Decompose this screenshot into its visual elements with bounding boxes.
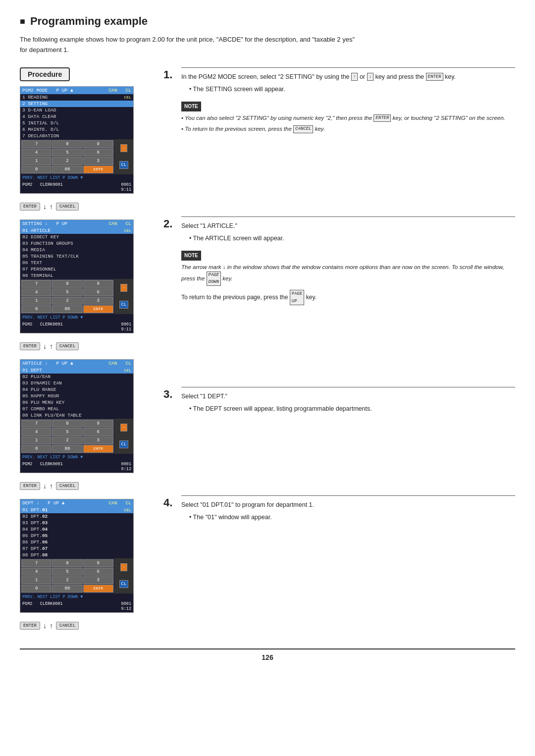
screen-row: 5 INITIAL D/L xyxy=(20,120,133,126)
key-cl[interactable]: CL xyxy=(119,580,129,588)
key-3[interactable]: 3 xyxy=(83,436,113,444)
cancel-key: CANCEL xyxy=(293,125,313,133)
enter-key: ENTER xyxy=(374,114,391,122)
key-8[interactable]: 8 xyxy=(52,420,82,428)
screen-row-highlighted: 01 ARTICLECEL xyxy=(20,227,133,234)
step-1-number: 1. xyxy=(163,67,177,138)
key-7[interactable]: 7 xyxy=(21,559,52,567)
key-2[interactable]: 2 xyxy=(52,576,82,584)
key-3[interactable]: 3 xyxy=(83,157,113,165)
key-6[interactable]: 6 xyxy=(83,288,113,296)
key-2[interactable]: 2 xyxy=(52,157,82,165)
key-9[interactable]: 9 xyxy=(83,559,113,567)
key-8[interactable]: 8 xyxy=(52,559,82,567)
key-5[interactable]: 5 xyxy=(52,428,82,436)
screen-3-header-left: ARTICLE ↓ P UP ▲ xyxy=(22,361,73,366)
enter-button[interactable]: ENTER xyxy=(20,482,40,490)
keypad-left: 7 8 9 4 5 6 1 2 3 0 00 ENTR xyxy=(20,139,114,174)
screen-2-header-right: CAN CL xyxy=(108,221,131,226)
key-00[interactable]: 00 xyxy=(52,445,82,453)
step-3-number: 3. xyxy=(163,387,177,416)
key-6[interactable]: 6 xyxy=(83,149,113,157)
key-9[interactable]: 9 xyxy=(83,420,113,428)
enter-button[interactable]: ENTER xyxy=(20,342,40,350)
screen-3-rows: 01 DEPTCEL 02 PLU/EAN 03 DYNAMIC EAN 04 … xyxy=(20,367,133,419)
key-2[interactable]: 2 xyxy=(52,297,82,305)
screen-4-keypad: 7 8 9 4 5 6 1 2 3 0 00 ENTR · CL xyxy=(20,558,133,594)
key-00[interactable]: 00 xyxy=(52,165,82,173)
key-8[interactable]: 8 xyxy=(52,280,82,288)
key-4[interactable]: 4 xyxy=(21,428,52,436)
key-entr[interactable]: ENTR xyxy=(83,305,113,313)
key-7[interactable]: 7 xyxy=(21,420,52,428)
key-7[interactable]: 7 xyxy=(21,280,52,288)
key-entr[interactable]: ENTR xyxy=(83,585,113,593)
key-9[interactable]: 9 xyxy=(83,140,113,148)
enter-button[interactable]: ENTER xyxy=(20,203,40,211)
enter-cancel-row-1: ENTER ↓ ↑ CANCEL xyxy=(20,203,149,211)
procedure-label: Procedure xyxy=(20,67,70,81)
step-2-section: 2. Select "1 ARTICLE." • The ARTICLE scr… xyxy=(163,216,515,308)
screen-3-header: ARTICLE ↓ P UP ▲ CAN CL xyxy=(20,360,133,367)
key-dot[interactable]: · xyxy=(120,284,127,292)
key-0[interactable]: 0 xyxy=(21,165,52,173)
key-3[interactable]: 3 xyxy=(83,297,113,305)
screen-row: 06 DPT.06 xyxy=(20,539,133,545)
key-4[interactable]: 4 xyxy=(21,568,52,576)
key-5[interactable]: 5 xyxy=(52,149,82,157)
cancel-button[interactable]: CANCEL xyxy=(56,342,79,350)
key-1[interactable]: 1 xyxy=(21,436,52,444)
key-cl[interactable]: CL xyxy=(119,161,129,169)
screen-row: 6 MAINTE. D/L xyxy=(20,126,133,133)
key-5[interactable]: 5 xyxy=(52,568,82,576)
step-3-bullet: • The DEPT screen will appear, listing p… xyxy=(189,404,515,414)
key-00[interactable]: 00 xyxy=(52,305,82,313)
screen-row: 08 LINK PLU/EAN TABLE xyxy=(20,412,133,419)
screen-4-header-left: DEPT ↓ P UP ▲ xyxy=(22,500,65,506)
cancel-button[interactable]: CANCEL xyxy=(56,482,79,490)
enter-cancel-row-4: ENTER ↓ ↑ CANCEL xyxy=(20,622,149,630)
key-6[interactable]: 6 xyxy=(83,428,113,436)
key-4[interactable]: 4 xyxy=(21,149,52,157)
key-entr[interactable]: ENTR xyxy=(83,445,113,453)
key-dot[interactable]: · xyxy=(120,424,127,432)
key-1[interactable]: 1 xyxy=(21,157,52,165)
key-4[interactable]: 4 xyxy=(21,288,52,296)
screen-3: ARTICLE ↓ P UP ▲ CAN CL 01 DEPTCEL 02 PL… xyxy=(20,359,134,473)
screen-row: 05 DPT.05 xyxy=(20,533,133,539)
key-00[interactable]: 00 xyxy=(52,585,82,593)
cancel-button[interactable]: CANCEL xyxy=(56,203,79,211)
step-3-description: Select "1 DEPT." xyxy=(181,391,515,401)
page-title: Programming example xyxy=(20,15,515,28)
key-cl[interactable]: CL xyxy=(119,440,129,448)
key-0[interactable]: 0 xyxy=(21,305,52,313)
screen-row: 07 COMBO MEAL xyxy=(20,406,133,412)
screen-4-header-right: CAN CL xyxy=(108,500,131,506)
key-5[interactable]: 5 xyxy=(52,288,82,296)
key-0[interactable]: 0 xyxy=(21,585,52,593)
key-entr[interactable]: ENTR xyxy=(83,165,113,173)
note-label-2: NOTE xyxy=(181,251,201,261)
keypad-left: 7 8 9 4 5 6 1 2 3 0 00 ENTR xyxy=(20,419,114,454)
up-arrow-icon: ↑ xyxy=(50,203,53,211)
key-3[interactable]: 3 xyxy=(83,576,113,584)
key-6[interactable]: 6 xyxy=(83,568,113,576)
screen-1-header: PGM2 MODE P UP ▲ CAN CL xyxy=(20,87,133,94)
key-1[interactable]: 1 xyxy=(21,576,52,584)
screen-2-header: SETTING ↓ P UP CAN CL xyxy=(20,220,133,227)
screen-2-keypad: 7 8 9 4 5 6 1 2 3 0 00 ENTR · CL xyxy=(20,279,133,314)
keypad-right: · CL xyxy=(114,419,133,454)
key-1[interactable]: 1 xyxy=(21,297,52,305)
key-7[interactable]: 7 xyxy=(21,140,52,148)
key-cl[interactable]: CL xyxy=(119,301,129,309)
cancel-button[interactable]: CANCEL xyxy=(56,622,79,630)
key-8[interactable]: 8 xyxy=(52,140,82,148)
key-dot[interactable]: · xyxy=(120,563,127,571)
key-dot[interactable]: · xyxy=(120,144,127,152)
screen-row-highlighted: 01 DEPTCEL xyxy=(20,367,133,374)
key-2[interactable]: 2 xyxy=(52,436,82,444)
enter-button[interactable]: ENTER xyxy=(20,622,40,630)
screen-row: 06 PLU MENU KEY xyxy=(20,399,133,406)
key-9[interactable]: 9 xyxy=(83,280,113,288)
key-0[interactable]: 0 xyxy=(21,445,52,453)
